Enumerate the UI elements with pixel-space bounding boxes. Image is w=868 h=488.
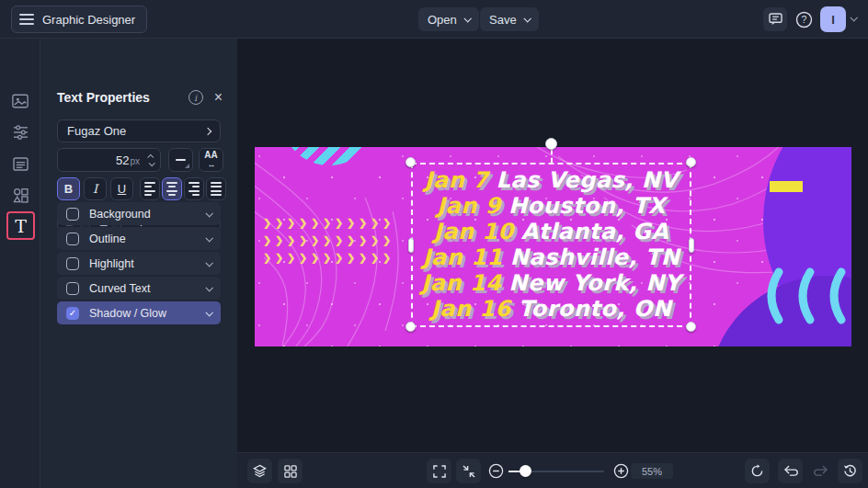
comment-icon [769,13,782,26]
main-menu-button[interactable]: Graphic Designer [11,6,147,33]
grid-icon [284,465,297,478]
open-button[interactable]: Open [418,7,479,31]
zoom-slider-knob[interactable] [520,465,531,477]
arrow-chevron-icon: ❯ [323,234,330,246]
top-bar: Graphic Designer Open Save ? I [0,0,868,39]
arrow-chevron-icon: ❯ [347,252,354,264]
sidebar-item-adjust[interactable] [7,119,33,145]
stepper-down-icon [148,160,154,166]
letter-spacing-button[interactable]: AA ↔ [199,148,223,172]
arrow-chevron-icon: ❯ [383,234,390,246]
sidebar-item-templates[interactable] [7,151,33,176]
chevron-down-icon [205,210,212,217]
fit-to-screen-button[interactable] [456,459,481,483]
hamburger-icon [19,14,34,25]
pages-grid-button[interactable] [278,459,303,483]
arrow-chevron-icon: ❯ [263,217,270,229]
save-button[interactable]: Save [480,7,539,31]
arrow-chevron-icon: ❯ [263,252,270,264]
help-button[interactable]: ? [792,7,816,31]
stepper-up-icon [147,153,154,160]
arrow-chevron-icon: ❯ [383,252,390,264]
checkbox-unchecked[interactable] [66,208,79,221]
refresh-button[interactable] [745,459,770,483]
arrow-chevron-icon: ❯ [299,252,306,264]
arrow-chevron-icon: ❯ [275,217,282,229]
align-right-button[interactable] [184,177,204,200]
font-size-stepper[interactable] [142,149,160,171]
resize-handle-top-left[interactable] [405,157,416,167]
arrow-chevron-icon: ❯ [311,217,318,229]
minus-circle-icon [488,463,504,479]
align-right-icon [188,182,200,196]
arrow-chevron-icon: ❯ [335,252,342,264]
align-center-button[interactable] [162,177,182,200]
fullscreen-button[interactable] [427,459,451,483]
text-tool-icon: T [15,216,27,236]
zoom-level-value[interactable]: 55% [631,463,673,479]
toggle-shadow-glow[interactable]: ✓ Shadow / Glow [57,301,221,324]
feedback-button[interactable] [763,7,787,31]
arrow-chevron-icon: ❯ [359,234,366,246]
flyout-corner-icon [185,164,189,168]
arrow-pattern-decoration[interactable]: ❯❯❯❯❯❯❯❯❯❯❯❯❯❯❯❯❯❯❯❯❯❯❯❯❯❯❯❯❯❯❯❯❯ [263,217,390,264]
app-window: Graphic Designer Open Save ? I [0,0,868,488]
resize-handle-middle-right[interactable] [689,238,694,253]
toggle-curved-text[interactable]: Curved Text [57,277,221,300]
resize-handle-middle-left[interactable] [408,238,414,253]
font-family-select[interactable]: Fugaz One [57,119,221,142]
zoom-slider[interactable] [508,471,604,472]
resize-handle-bottom-left[interactable] [405,322,416,332]
arrow-chevron-icon: ❯ [263,234,270,246]
arrow-chevron-icon: ❯ [275,252,282,264]
bold-button[interactable]: B [57,177,80,200]
tool-rail: T [0,39,40,488]
line-height-button[interactable] [168,148,193,172]
arrow-chevron-icon: ❯ [335,217,342,229]
toggle-background[interactable]: Background [57,202,221,225]
arrow-chevron-icon: ❯ [371,234,378,246]
italic-button[interactable]: I [84,177,107,200]
checkbox-checked[interactable]: ✓ [66,307,79,320]
zoom-out-button[interactable] [484,459,508,483]
cyan-arcs-decoration[interactable] [762,267,851,331]
arrow-chevron-icon: ❯ [287,217,294,229]
align-justify-button[interactable] [206,177,226,200]
underline-button[interactable]: U [110,177,133,200]
layers-icon [253,464,267,478]
undo-button[interactable] [778,459,803,483]
layers-button[interactable] [247,459,272,483]
rotate-handle[interactable] [545,138,557,150]
toggle-highlight[interactable]: Highlight [57,252,221,275]
redo-button[interactable] [808,459,833,483]
checkbox-unchecked[interactable] [66,257,79,270]
align-left-button[interactable] [140,177,160,200]
arrow-chevron-icon: ❯ [311,252,318,264]
help-icon: ? [795,11,813,28]
font-size-input[interactable]: 52 px [57,148,161,172]
sidebar-item-objects[interactable] [7,182,33,208]
close-icon[interactable]: × [214,90,223,105]
user-avatar[interactable]: I [820,6,846,32]
arrow-chevron-icon: ❯ [287,252,294,264]
sidebar-item-text[interactable]: T [6,211,35,240]
yellow-bar-decoration[interactable] [770,181,803,192]
history-button[interactable] [838,459,862,483]
rotation-connector [551,150,553,163]
bottom-toolbar: 55% [237,452,868,488]
arrow-chevron-icon: ❯ [347,217,354,229]
fit-icon [463,465,475,478]
panel-title: Text Properties [57,90,188,105]
selection-box[interactable] [411,163,691,327]
resize-handle-bottom-right[interactable] [686,322,696,332]
checkbox-unchecked[interactable] [66,282,79,295]
info-icon[interactable]: i [188,90,203,105]
zoom-in-button[interactable] [609,459,634,483]
toggle-outline[interactable]: Outline [57,227,221,250]
account-chevron-down-icon[interactable] [850,14,857,21]
resize-handle-top-right[interactable] [686,157,696,167]
checkbox-unchecked[interactable] [66,233,79,245]
arrow-chevron-icon: ❯ [311,234,318,246]
app-title: Graphic Designer [42,13,135,27]
sidebar-item-images[interactable] [7,88,33,114]
